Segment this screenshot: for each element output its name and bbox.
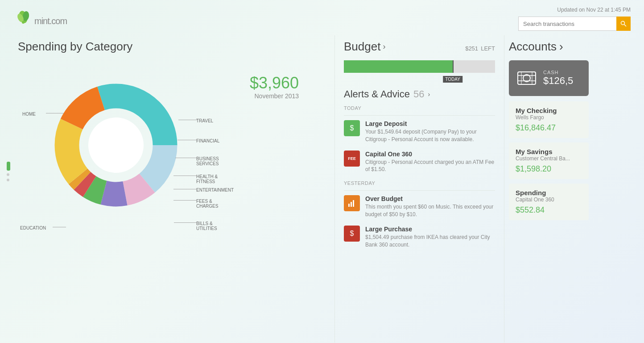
- alert-fee-icon: FEE: [344, 151, 360, 167]
- spending-title: Spending by Category: [18, 40, 326, 54]
- alert-fee-content: Capital One 360 Citigroup - Personal Acc…: [365, 151, 495, 174]
- account-card-spending[interactable]: Spending Capital One 360 $552.84: [509, 184, 589, 220]
- alert-fee-title: Capital One 360: [365, 151, 495, 158]
- account-card-checking[interactable]: My Checking Wells Fargo $16,846.47: [509, 101, 589, 138]
- spending-amount: $3,960: [250, 74, 299, 92]
- account-savings-bank: Customer Central Ba...: [516, 155, 582, 162]
- account-savings-balance: $1,598.20: [516, 164, 582, 174]
- account-checking-bank: Wells Fargo: [516, 114, 582, 121]
- account-checking-name: My Checking: [516, 107, 582, 114]
- budget-alerts-panel: Budget › $251 LEFT TODAY Alerts & Advice…: [334, 35, 504, 343]
- alert-fee-desc: Citigroup - Personal Account charged you…: [365, 159, 495, 174]
- budget-header: Budget › $251 LEFT: [344, 40, 495, 54]
- spending-panel: Spending by Category: [9, 35, 334, 343]
- accounts-panel: Accounts › CASH $126,5 My Ch: [504, 35, 593, 343]
- nav-dot-1[interactable]: [7, 173, 9, 176]
- svg-point-4: [621, 21, 625, 25]
- alerts-header[interactable]: Alerts & Advice 56 ›: [344, 88, 495, 100]
- accounts-chevron: ›: [559, 40, 563, 54]
- label-fees: FEES & CHARGES: [196, 199, 232, 209]
- account-checking-balance: $16,846.47: [516, 123, 582, 133]
- alert-deposit-title: Large Deposit: [365, 120, 495, 127]
- budget-title[interactable]: Budget ›: [344, 40, 385, 54]
- search-box: [518, 17, 631, 31]
- svg-point-15: [88, 117, 144, 173]
- alert-purchase-content: Large Purchase $1,504.49 purchase from I…: [365, 226, 495, 249]
- header: mint.com Updated on Nov 22 at 1:45 PM: [0, 0, 644, 35]
- account-spending-balance: $552.84: [516, 205, 582, 215]
- svg-rect-16: [348, 204, 350, 207]
- alert-item-overbudget: Over Budget This month you spent $60 on …: [344, 195, 495, 218]
- alert-item-purchase: $ Large Purchase $1,504.49 purchase from…: [344, 226, 495, 249]
- account-spending-bank: Capital One 360: [516, 197, 582, 203]
- label-home: HOME: [22, 112, 36, 117]
- header-right: Updated on Nov 22 at 1:45 PM: [518, 7, 631, 31]
- nav-dots[interactable]: [7, 162, 10, 181]
- label-business: BUSINESS SERVICES: [196, 156, 232, 166]
- update-text: Updated on Nov 22 at 1:45 PM: [557, 7, 631, 13]
- alerts-section: Alerts & Advice 56 › TODAY $ Large Depos…: [344, 88, 495, 248]
- label-education: EDUCATION: [20, 226, 46, 230]
- alert-group-yesterday-label: YESTERDAY: [344, 180, 495, 186]
- alert-group-today-label: TODAY: [344, 105, 495, 111]
- search-button[interactable]: [616, 17, 631, 31]
- svg-line-5: [624, 25, 627, 27]
- cash-label: CASH: [543, 70, 573, 75]
- alerts-title: Alerts & Advice: [344, 88, 410, 100]
- donut-chart: [45, 74, 187, 217]
- cash-card: CASH $126,5: [509, 60, 589, 96]
- account-savings-name: My Savings: [516, 148, 582, 155]
- budget-today-marker: TODAY: [453, 60, 454, 73]
- account-card-savings[interactable]: My Savings Customer Central Ba... $1,598…: [509, 142, 589, 179]
- cash-amount: $126,5: [543, 75, 573, 87]
- logo: mint.com: [13, 9, 67, 29]
- label-bills: BILLS & UTILITIES: [196, 221, 232, 231]
- cash-icon: [516, 67, 538, 89]
- budget-bar-fill: [344, 60, 453, 73]
- search-input[interactable]: [518, 17, 616, 31]
- alert-deposit-icon: $: [344, 120, 360, 136]
- alert-overbudget-icon: [344, 195, 360, 211]
- spending-month: November 2013: [250, 92, 299, 100]
- alerts-count: 56: [413, 88, 424, 100]
- label-entertainment: ENTERTAINMENT: [196, 188, 234, 192]
- budget-chevron: ›: [383, 42, 385, 51]
- svg-rect-18: [353, 200, 354, 207]
- search-icon: [620, 21, 627, 27]
- alert-item-fee: FEE Capital One 360 Citigroup - Personal…: [344, 151, 495, 174]
- svg-point-3: [22, 21, 25, 24]
- accounts-title: Accounts: [509, 40, 557, 54]
- alert-overbudget-desc: This month you spent $60 on Music. This …: [365, 203, 495, 218]
- budget-left-amount: $251 LEFT: [465, 42, 495, 53]
- nav-dot-active[interactable]: [7, 162, 10, 171]
- nav-dot-2[interactable]: [7, 179, 9, 181]
- alert-purchase-icon: $: [344, 226, 360, 242]
- cash-info: CASH $126,5: [543, 70, 573, 87]
- alert-purchase-title: Large Purchase: [365, 226, 495, 233]
- alert-group-yesterday: YESTERDAY Over Budget This month you spe…: [344, 180, 495, 248]
- alert-deposit-desc: Your $1,549.64 deposit (Company Pay) to …: [365, 128, 495, 143]
- alert-purchase-desc: $1,504.49 purchase from IKEA has cleared…: [365, 234, 495, 249]
- budget-bar: TODAY: [344, 60, 495, 73]
- alert-item-deposit: $ Large Deposit Your $1,549.64 deposit (…: [344, 120, 495, 143]
- alert-deposit-content: Large Deposit Your $1,549.64 deposit (Co…: [365, 120, 495, 143]
- budget-today-label: TODAY: [443, 76, 462, 83]
- account-spending-name: Spending: [516, 189, 582, 197]
- svg-rect-19: [518, 72, 536, 84]
- label-travel: TRAVEL: [196, 118, 213, 123]
- svg-rect-17: [351, 202, 352, 207]
- logo-text: mint.com: [34, 9, 67, 28]
- accounts-header[interactable]: Accounts ›: [509, 40, 589, 54]
- alerts-chevron: ›: [428, 91, 430, 98]
- label-health: HEALTH & FITNESS: [196, 174, 232, 184]
- alert-group-today: TODAY $ Large Deposit Your $1,549.64 dep…: [344, 105, 495, 173]
- label-financial: FINANCIAL: [196, 138, 219, 143]
- main-content: Spending by Category: [0, 35, 644, 343]
- mint-logo-icon: [13, 9, 33, 29]
- alert-overbudget-content: Over Budget This month you spent $60 on …: [365, 195, 495, 218]
- alert-overbudget-title: Over Budget: [365, 195, 495, 202]
